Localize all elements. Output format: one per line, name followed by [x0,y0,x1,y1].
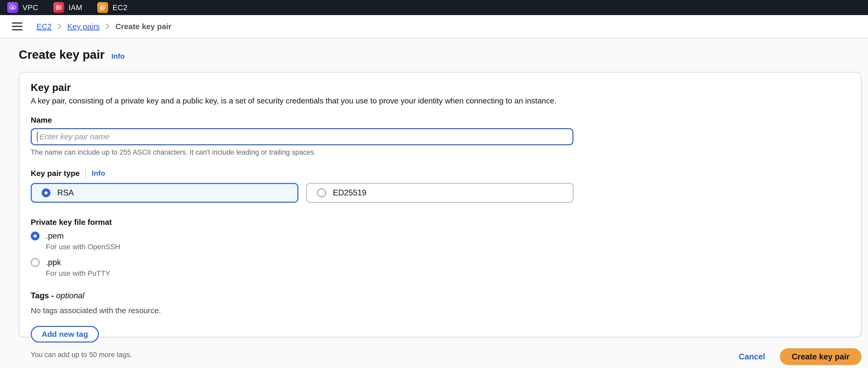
card-heading: Key pair [31,82,849,93]
format-label: Private key file format [31,218,849,227]
add-new-tag-button[interactable]: Add new tag [31,326,99,342]
key-pair-type-label: Key pair type [31,169,80,178]
breadcrumb-bar: EC2 Key pairs Create key pair [0,15,868,38]
page-info-link[interactable]: Info [111,52,125,61]
favorite-vpc[interactable]: VPC [7,2,38,13]
chevron-right-icon [105,23,110,30]
create-key-pair-button[interactable]: Create key pair [780,348,862,365]
format-option-pem-description: For use with OpenSSH [46,243,849,251]
favorite-iam-label: IAM [68,3,82,12]
page-title: Create key pair [19,47,104,62]
favorite-ec2-label: EC2 [113,3,127,12]
favorite-vpc-label: VPC [22,3,38,12]
ec2-icon [97,2,108,13]
radio-selected-icon[interactable] [42,189,51,197]
chevron-right-icon [57,23,61,30]
top-navigation-bar: VPC IAM EC2 [0,0,868,15]
card-description: A key pair, consisting of a private key … [31,96,849,105]
name-input[interactable] [31,128,574,145]
tags-label: Tags - optional [31,291,849,300]
radio-unselected-icon[interactable] [317,189,326,197]
iam-icon [53,2,64,13]
breadcrumb-link-key-pairs[interactable]: Key pairs [67,22,100,31]
radio-unselected-icon[interactable] [31,258,39,267]
format-option-pem-label: .pem [46,231,64,241]
format-option-pem[interactable]: .pem [31,231,849,241]
format-option-ppk-label: .ppk [46,258,61,267]
key-pair-type-option-rsa-label: RSA [57,188,74,198]
key-pair-type-option-ed25519-label: ED25519 [333,188,366,198]
breadcrumb: EC2 Key pairs Create key pair [36,22,172,31]
vpc-icon [7,2,18,13]
key-pair-card: Key pair A key pair, consisting of a pri… [19,72,862,337]
radio-selected-icon[interactable] [31,232,39,240]
breadcrumb-current: Create key pair [115,22,171,31]
format-option-ppk[interactable]: .ppk [31,258,849,267]
label-divider [85,169,86,178]
key-pair-type-option-ed25519[interactable]: ED25519 [306,183,574,203]
key-pair-type-info-link[interactable]: Info [92,169,105,177]
breadcrumb-link-ec2[interactable]: EC2 [36,22,52,31]
favorite-iam[interactable]: IAM [53,2,82,13]
name-input-wrap [31,128,574,145]
name-label: Name [31,115,849,125]
name-constraint-text: The name can include up to 255 ASCII cha… [31,148,849,157]
menu-icon[interactable] [11,21,23,32]
cancel-button[interactable]: Cancel [739,352,765,362]
tags-empty-text: No tags associated with the resource. [31,306,849,315]
key-pair-type-options: RSA ED25519 [31,183,574,203]
key-pair-type-option-rsa[interactable]: RSA [31,183,299,203]
favorite-ec2[interactable]: EC2 [97,2,127,13]
format-option-ppk-description: For use with PuTTY [46,269,849,277]
text-caret [37,132,37,142]
